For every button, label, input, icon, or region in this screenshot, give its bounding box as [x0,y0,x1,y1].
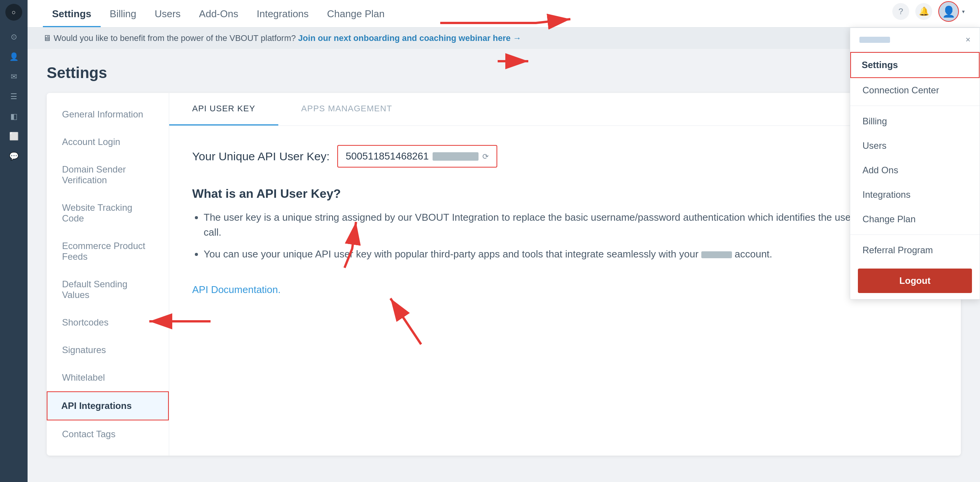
api-key-value: 500511851468261 [346,150,429,162]
bullet2-suffix: account. [735,248,772,260]
tab-api-user-key[interactable]: API USER KEY [169,93,278,125]
tab-settings[interactable]: Settings [43,8,101,27]
sidebar-item-dashboard[interactable]: ⊙ [5,28,22,45]
nav-tabs: Settings Billing Users Add-Ons Integrati… [43,0,892,27]
menu-account-login[interactable]: Account Login [47,128,169,156]
sidebar: ○ ⊙ 👤 ✉ ☰ ◧ ⬜ 💬 [0,0,28,482]
menu-default-sending-values[interactable]: Default Sending Values [47,270,169,309]
menu-whitelabel[interactable]: Whitelabel [47,364,169,391]
menu-api-integrations[interactable]: API Integrations [47,391,169,420]
dropdown-item-users[interactable]: Users [850,134,980,158]
what-is-title: What is an API User Key? [192,187,938,201]
api-key-box: 500511851468261 ⟳ [337,145,497,168]
menu-ecommerce-product-feeds[interactable]: Ecommerce Product Feeds [47,232,169,270]
dropdown-header: × [850,28,980,52]
menu-website-tracking-code[interactable]: Website Tracking Code [47,194,169,232]
what-is-section: What is an API User Key? The user key is… [192,187,938,262]
sidebar-item-pages[interactable]: ⬜ [5,128,22,145]
sidebar-logo[interactable]: ○ [5,4,22,21]
api-documentation-link[interactable]: API Documentation. [192,284,281,296]
bullet2-prefix: You can use your unique API user key wit… [204,248,699,260]
api-content-body: Your Unique API User Key: 50051185146826… [169,126,961,315]
settings-layout: General Information Account Login Domain… [47,93,961,456]
dropdown-item-change-plan[interactable]: Change Plan [850,207,980,231]
notification-button[interactable]: 🔔 [915,3,932,20]
onboarding-banner: 🖥 Would you like to benefit from the pow… [28,28,980,49]
api-key-blurred-part [433,152,479,161]
dropdown-divider-1 [850,106,980,106]
help-button[interactable]: ? [892,3,909,20]
tab-addons[interactable]: Add-Ons [190,8,248,27]
dropdown-divider-2 [850,234,980,235]
dropdown-username-blurred [859,37,890,43]
settings-sidebar: General Information Account Login Domain… [47,93,169,456]
tab-change-plan[interactable]: Change Plan [318,8,394,27]
menu-signatures[interactable]: Signatures [47,336,169,364]
dropdown-close-button[interactable]: × [965,35,970,45]
tab-integrations[interactable]: Integrations [247,8,318,27]
top-navigation: Settings Billing Users Add-Ons Integrati… [28,0,980,28]
logout-button[interactable]: Logout [858,269,972,293]
tab-apps-management[interactable]: APPS MANAGEMENT [278,93,415,125]
menu-shortcodes[interactable]: Shortcodes [47,309,169,336]
content-tabs: API USER KEY APPS MANAGEMENT [169,93,961,126]
user-avatar-button[interactable]: 👤 [938,1,959,22]
settings-content-area: API USER KEY APPS MANAGEMENT Your Unique… [169,93,961,456]
api-key-bullets: The user key is a unique string assigned… [192,210,938,262]
main-content: Settings General Information Account Log… [28,49,980,482]
menu-general-information[interactable]: General Information [47,101,169,128]
tab-billing[interactable]: Billing [101,8,145,27]
api-bullet-2: You can use your unique API user key wit… [204,247,938,262]
tab-users[interactable]: Users [145,8,190,27]
dropdown-item-integrations[interactable]: Integrations [850,182,980,207]
api-bullet-1: The user key is a unique string assigned… [204,210,938,240]
page-title: Settings [47,64,961,81]
dropdown-item-connection-center[interactable]: Connection Center [850,78,980,103]
api-key-row: Your Unique API User Key: 50051185146826… [192,145,938,168]
sidebar-item-email[interactable]: ✉ [5,68,22,85]
sidebar-item-automation[interactable]: ◧ [5,108,22,125]
blurred-account-name [701,251,732,258]
dropdown-item-referral[interactable]: Referral Program [850,238,980,262]
banner-text: 🖥 Would you like to benefit from the pow… [43,33,296,43]
sidebar-item-contacts[interactable]: 👤 [5,48,22,65]
dropdown-item-addons[interactable]: Add Ons [850,158,980,182]
menu-domain-sender-verification[interactable]: Domain Sender Verification [47,156,169,194]
logo-icon: ○ [12,8,16,16]
topnav-right: ? 🔔 👤 ▾ [892,1,965,27]
banner-link[interactable]: Join our next onboarding and coaching we… [298,33,521,43]
copy-key-icon[interactable]: ⟳ [482,152,489,161]
user-dropdown-menu: × Settings Connection Center Billing Use… [850,28,980,300]
avatar-chevron-icon: ▾ [962,8,965,15]
api-key-label: Your Unique API User Key: [192,150,330,163]
sidebar-item-campaigns[interactable]: ☰ [5,88,22,105]
sidebar-item-chat[interactable]: 💬 [5,148,22,164]
dropdown-item-settings[interactable]: Settings [850,52,980,78]
menu-contact-tags[interactable]: Contact Tags [47,420,169,448]
dropdown-item-billing[interactable]: Billing [850,109,980,134]
avatar-icon: 👤 [942,5,956,18]
